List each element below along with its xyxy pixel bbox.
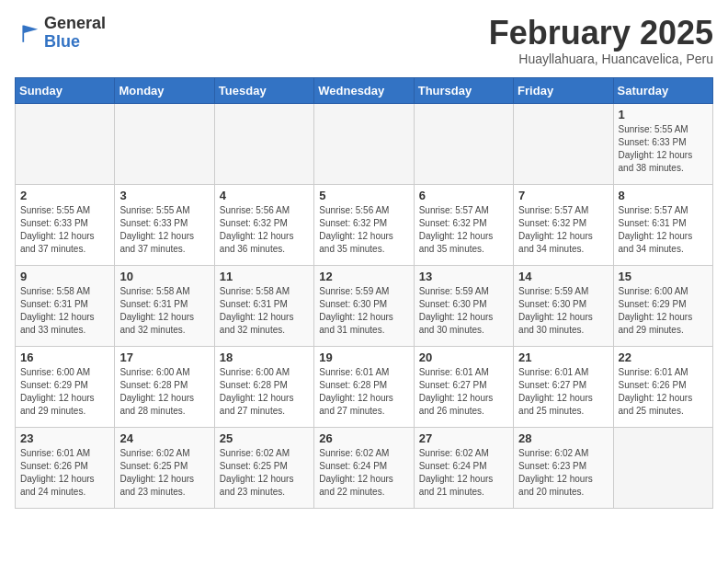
day-info: Sunrise: 6:01 AM Sunset: 6:26 PM Dayligh… xyxy=(619,366,708,418)
day-number: 10 xyxy=(119,270,209,283)
day-number: 25 xyxy=(220,431,309,445)
calendar-cell: 4Sunrise: 5:56 AM Sunset: 6:32 PM Daylig… xyxy=(214,184,313,265)
calendar-cell: 26Sunrise: 6:02 AM Sunset: 6:24 PM Dayli… xyxy=(314,427,414,508)
calendar-week-row: 9Sunrise: 5:58 AM Sunset: 6:31 PM Daylig… xyxy=(16,265,713,346)
calendar-cell: 17Sunrise: 6:00 AM Sunset: 6:28 PM Dayli… xyxy=(115,346,214,427)
day-info: Sunrise: 6:02 AM Sunset: 6:23 PM Dayligh… xyxy=(518,447,608,499)
day-number: 19 xyxy=(319,350,408,364)
weekday-header-saturday: Saturday xyxy=(613,77,712,103)
svg-rect-0 xyxy=(15,20,40,46)
calendar-cell xyxy=(314,103,414,184)
day-number: 20 xyxy=(419,350,508,364)
calendar-cell: 12Sunrise: 5:59 AM Sunset: 6:30 PM Dayli… xyxy=(314,265,414,346)
day-number: 8 xyxy=(619,189,708,202)
day-number: 18 xyxy=(220,350,309,364)
day-info: Sunrise: 5:55 AM Sunset: 6:33 PM Dayligh… xyxy=(119,204,209,256)
calendar-cell: 25Sunrise: 6:02 AM Sunset: 6:25 PM Dayli… xyxy=(214,427,313,508)
month-title: February 2025 xyxy=(489,15,713,52)
calendar-cell xyxy=(414,103,513,184)
calendar-week-row: 1Sunrise: 5:55 AM Sunset: 6:33 PM Daylig… xyxy=(16,103,713,184)
day-info: Sunrise: 5:59 AM Sunset: 6:30 PM Dayligh… xyxy=(518,285,608,337)
day-number: 4 xyxy=(220,189,309,202)
day-number: 7 xyxy=(518,189,608,202)
logo-icon xyxy=(15,20,40,46)
calendar-week-row: 2Sunrise: 5:55 AM Sunset: 6:33 PM Daylig… xyxy=(16,184,713,265)
day-number: 11 xyxy=(220,270,309,283)
logo-text: General Blue xyxy=(44,15,106,52)
day-number: 5 xyxy=(319,189,408,202)
calendar-cell: 15Sunrise: 6:00 AM Sunset: 6:29 PM Dayli… xyxy=(613,265,712,346)
day-info: Sunrise: 6:01 AM Sunset: 6:26 PM Dayligh… xyxy=(20,447,109,499)
calendar-cell: 6Sunrise: 5:57 AM Sunset: 6:32 PM Daylig… xyxy=(414,184,513,265)
calendar-cell: 22Sunrise: 6:01 AM Sunset: 6:26 PM Dayli… xyxy=(613,346,712,427)
calendar-cell: 11Sunrise: 5:58 AM Sunset: 6:31 PM Dayli… xyxy=(214,265,313,346)
calendar-cell: 8Sunrise: 5:57 AM Sunset: 6:31 PM Daylig… xyxy=(613,184,712,265)
weekday-header-monday: Monday xyxy=(115,77,214,103)
calendar-cell: 18Sunrise: 6:00 AM Sunset: 6:28 PM Dayli… xyxy=(214,346,313,427)
weekday-header-thursday: Thursday xyxy=(414,77,513,103)
day-info: Sunrise: 6:01 AM Sunset: 6:27 PM Dayligh… xyxy=(419,366,508,418)
day-info: Sunrise: 5:58 AM Sunset: 6:31 PM Dayligh… xyxy=(119,285,209,337)
calendar-cell: 13Sunrise: 5:59 AM Sunset: 6:30 PM Dayli… xyxy=(414,265,513,346)
calendar-cell: 1Sunrise: 5:55 AM Sunset: 6:33 PM Daylig… xyxy=(613,103,712,184)
day-info: Sunrise: 6:02 AM Sunset: 6:25 PM Dayligh… xyxy=(119,447,209,499)
calendar-cell: 21Sunrise: 6:01 AM Sunset: 6:27 PM Dayli… xyxy=(514,346,613,427)
day-number: 15 xyxy=(619,270,708,283)
svg-rect-2 xyxy=(22,25,24,41)
calendar-cell xyxy=(214,103,313,184)
day-info: Sunrise: 5:57 AM Sunset: 6:31 PM Dayligh… xyxy=(619,204,708,256)
calendar-table: SundayMondayTuesdayWednesdayThursdayFrid… xyxy=(15,77,713,509)
logo: General Blue xyxy=(15,15,106,52)
calendar-week-row: 23Sunrise: 6:01 AM Sunset: 6:26 PM Dayli… xyxy=(16,427,713,508)
day-info: Sunrise: 5:58 AM Sunset: 6:31 PM Dayligh… xyxy=(20,285,109,337)
calendar-cell xyxy=(514,103,613,184)
day-info: Sunrise: 5:56 AM Sunset: 6:32 PM Dayligh… xyxy=(319,204,408,256)
day-number: 27 xyxy=(419,431,508,445)
day-info: Sunrise: 6:00 AM Sunset: 6:29 PM Dayligh… xyxy=(20,366,109,418)
title-area: February 2025 Huayllahuara, Huancavelica… xyxy=(489,15,713,66)
location-subtitle: Huayllahuara, Huancavelica, Peru xyxy=(489,52,713,66)
day-number: 2 xyxy=(20,189,109,202)
calendar-cell: 20Sunrise: 6:01 AM Sunset: 6:27 PM Dayli… xyxy=(414,346,513,427)
page-header: General Blue February 2025 Huayllahuara,… xyxy=(15,15,713,66)
calendar-cell: 2Sunrise: 5:55 AM Sunset: 6:33 PM Daylig… xyxy=(16,184,115,265)
weekday-header-friday: Friday xyxy=(514,77,613,103)
day-number: 14 xyxy=(518,270,608,283)
day-info: Sunrise: 5:57 AM Sunset: 6:32 PM Dayligh… xyxy=(419,204,508,256)
day-info: Sunrise: 6:00 AM Sunset: 6:28 PM Dayligh… xyxy=(220,366,309,418)
calendar-cell: 24Sunrise: 6:02 AM Sunset: 6:25 PM Dayli… xyxy=(115,427,214,508)
day-number: 23 xyxy=(20,431,109,445)
day-info: Sunrise: 6:00 AM Sunset: 6:29 PM Dayligh… xyxy=(619,285,708,337)
calendar-cell: 28Sunrise: 6:02 AM Sunset: 6:23 PM Dayli… xyxy=(514,427,613,508)
calendar-cell: 3Sunrise: 5:55 AM Sunset: 6:33 PM Daylig… xyxy=(115,184,214,265)
weekday-header-wednesday: Wednesday xyxy=(314,77,414,103)
day-number: 9 xyxy=(20,270,109,283)
calendar-cell: 7Sunrise: 5:57 AM Sunset: 6:32 PM Daylig… xyxy=(514,184,613,265)
calendar-cell: 23Sunrise: 6:01 AM Sunset: 6:26 PM Dayli… xyxy=(16,427,115,508)
day-number: 16 xyxy=(20,350,109,364)
day-info: Sunrise: 6:01 AM Sunset: 6:27 PM Dayligh… xyxy=(518,366,608,418)
calendar-cell: 27Sunrise: 6:02 AM Sunset: 6:24 PM Dayli… xyxy=(414,427,513,508)
day-info: Sunrise: 5:58 AM Sunset: 6:31 PM Dayligh… xyxy=(220,285,309,337)
calendar-cell: 19Sunrise: 6:01 AM Sunset: 6:28 PM Dayli… xyxy=(314,346,414,427)
day-number: 24 xyxy=(119,431,209,445)
calendar-cell: 14Sunrise: 5:59 AM Sunset: 6:30 PM Dayli… xyxy=(514,265,613,346)
calendar-week-row: 16Sunrise: 6:00 AM Sunset: 6:29 PM Dayli… xyxy=(16,346,713,427)
day-info: Sunrise: 6:01 AM Sunset: 6:28 PM Dayligh… xyxy=(319,366,408,418)
calendar-cell: 10Sunrise: 5:58 AM Sunset: 6:31 PM Dayli… xyxy=(115,265,214,346)
calendar-cell: 9Sunrise: 5:58 AM Sunset: 6:31 PM Daylig… xyxy=(16,265,115,346)
day-info: Sunrise: 6:02 AM Sunset: 6:24 PM Dayligh… xyxy=(319,447,408,499)
day-number: 6 xyxy=(419,189,508,202)
calendar-header-row: SundayMondayTuesdayWednesdayThursdayFrid… xyxy=(16,77,713,103)
day-number: 22 xyxy=(619,350,708,364)
day-number: 3 xyxy=(119,189,209,202)
day-number: 21 xyxy=(518,350,608,364)
calendar-cell xyxy=(613,427,712,508)
day-number: 17 xyxy=(119,350,209,364)
day-number: 12 xyxy=(319,270,408,283)
day-info: Sunrise: 5:59 AM Sunset: 6:30 PM Dayligh… xyxy=(319,285,408,337)
day-info: Sunrise: 5:59 AM Sunset: 6:30 PM Dayligh… xyxy=(419,285,508,337)
day-number: 26 xyxy=(319,431,408,445)
day-info: Sunrise: 5:55 AM Sunset: 6:33 PM Dayligh… xyxy=(20,204,109,256)
calendar-cell: 5Sunrise: 5:56 AM Sunset: 6:32 PM Daylig… xyxy=(314,184,414,265)
